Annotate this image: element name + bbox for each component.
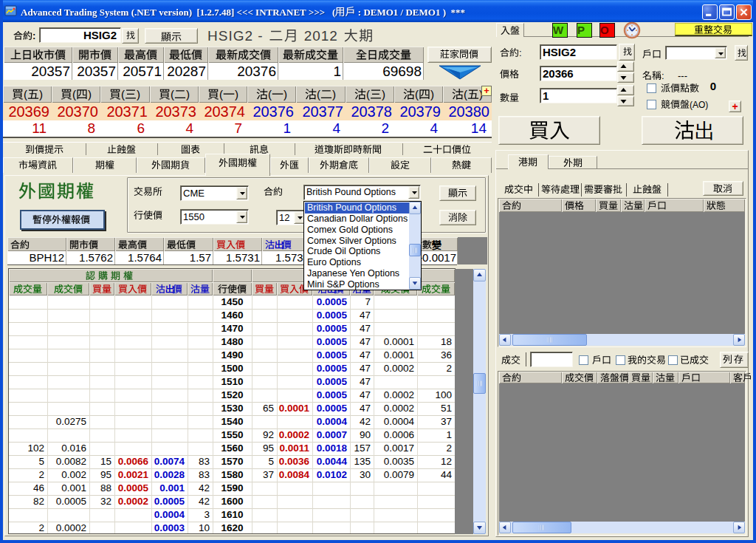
svg-text:2012: 2012 xyxy=(299,28,343,44)
svg-text:變: 變 xyxy=(431,239,441,250)
svg-text:: DEMO1 / DEMO1 ) ***: : DEMO1 / DEMO1 ) *** xyxy=(356,7,465,18)
svg-text:): ) xyxy=(382,88,385,100)
svg-text:): ) xyxy=(39,88,43,100)
svg-text:---: --- xyxy=(678,70,687,81)
svg-text:HSIG2 -: HSIG2 - xyxy=(207,28,268,44)
svg-text:(: ( xyxy=(366,88,370,100)
svg-text:(: ( xyxy=(24,88,27,100)
svg-text:(: ( xyxy=(219,88,223,100)
svg-text:(: ( xyxy=(121,88,125,100)
svg-text:出: 出 xyxy=(165,284,175,295)
svg-text:Advanced Trading System (.NET: Advanced Trading System (.NET version) [… xyxy=(21,7,335,18)
svg-text:(: ( xyxy=(317,88,320,100)
svg-text:): ) xyxy=(88,88,92,100)
svg-text::: : xyxy=(32,30,35,41)
svg-text::: : xyxy=(519,47,522,58)
svg-text:(: ( xyxy=(268,88,272,100)
svg-text:): ) xyxy=(430,88,434,100)
svg-text:(AO): (AO) xyxy=(690,100,708,110)
svg-text:出: 出 xyxy=(695,120,715,143)
svg-text:): ) xyxy=(235,88,238,100)
svg-text:(: ( xyxy=(171,88,174,100)
svg-text::: : xyxy=(662,70,664,81)
svg-text:出: 出 xyxy=(275,239,284,250)
svg-text:): ) xyxy=(137,88,140,100)
svg-text:(: ( xyxy=(72,88,76,100)
svg-text:): ) xyxy=(284,88,287,100)
svg-text:): ) xyxy=(332,88,336,100)
svg-text:(: ( xyxy=(464,88,467,100)
svg-text:): ) xyxy=(186,88,190,100)
svg-text:(: ( xyxy=(415,88,419,100)
